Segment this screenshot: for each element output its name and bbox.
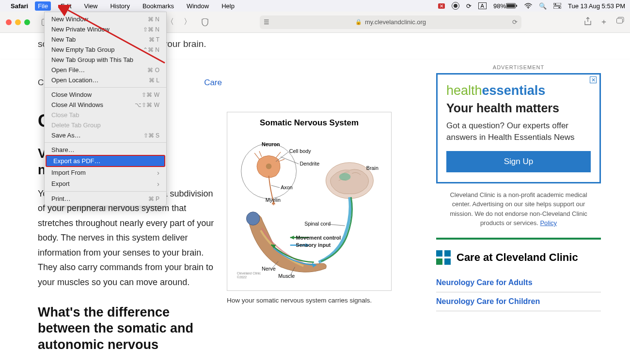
label-movement: Movement control [296, 235, 341, 241]
battery-text[interactable]: 98% [493, 2, 518, 10]
figure-caption: How your somatic nervous system carries … [227, 297, 406, 304]
svg-line-20 [328, 224, 345, 226]
file-menu-close-all-windows[interactable]: Close All Windows⌥⇧⌘ W [45, 100, 166, 110]
file-menu-close-window[interactable]: Close Window⇧⌘ W [45, 90, 166, 100]
status-icon-1[interactable]: ✕ [438, 3, 445, 9]
file-menu-export[interactable]: Export [45, 178, 166, 189]
svg-line-16 [281, 157, 299, 164]
file-menu-dropdown: New Window⌘ NNew Private Window⇧⌘ NNew T… [44, 12, 167, 206]
file-menu-new-empty-tab-group[interactable]: New Empty Tab Group⌃⌘ N [45, 45, 166, 55]
policy-link[interactable]: Policy [540, 219, 557, 227]
file-menu-close-tab: Close Tab [45, 110, 166, 120]
figure-title: Somatic Nervous System [233, 118, 385, 128]
file-menu-new-tab[interactable]: New Tab⌘ T [45, 34, 166, 45]
label-dendrite: Dendrite [299, 161, 319, 167]
label-sensory: Sensory input [296, 242, 331, 248]
menubar-view[interactable]: View [81, 1, 101, 11]
nav-care[interactable]: Care [204, 78, 222, 97]
file-menu-new-window[interactable]: New Window⌘ N [45, 14, 166, 24]
wifi-icon[interactable] [524, 3, 532, 9]
label-cellbody: Cell body [289, 148, 312, 154]
care-header: Care at Cleveland Clinic [436, 238, 601, 265]
url-text: my.clevelandclinic.org [365, 18, 426, 26]
file-menu-open-location[interactable]: Open Location…⌘ L [45, 75, 166, 85]
file-menu-export-as-pdf[interactable]: Export as PDF… [46, 155, 165, 167]
clock[interactable]: Tue 13 Aug 5:53 PM [568, 2, 625, 10]
ad-brand-2: essentials [482, 83, 546, 98]
care-heading: Care at Cleveland Clinic [457, 251, 578, 264]
nav-overview-cut[interactable]: C [38, 78, 44, 97]
svg-point-6 [554, 3, 556, 5]
care-link-adults[interactable]: Neurology Care for Adults [436, 273, 601, 292]
lock-icon: 🔒 [355, 19, 362, 25]
menubar-bookmarks[interactable]: Bookmarks [140, 1, 177, 11]
cc-logo-icon [436, 250, 451, 265]
figure-copyright: ©2022 [237, 275, 247, 279]
ad-brand-1: health [446, 83, 482, 98]
reader-icon[interactable]: ☰ [264, 18, 269, 26]
file-menu-new-tab-group-with-this-tab[interactable]: New Tab Group with This Tab [45, 55, 166, 65]
file-menu-delete-tab-group: Delete Tab Group [45, 120, 166, 130]
svg-point-3 [528, 8, 529, 9]
address-bar[interactable]: ☰ 🔒 my.clevelandclinic.org ⟳ [260, 15, 521, 29]
label-neuron: Neuron [262, 141, 280, 147]
menubar-window[interactable]: Window [184, 1, 212, 11]
svg-rect-33 [444, 258, 451, 265]
svg-rect-31 [444, 250, 451, 257]
label-muscle: Muscle [278, 273, 295, 279]
tabs-overview-icon[interactable] [616, 17, 624, 28]
file-menu-new-private-window[interactable]: New Private Window⇧⌘ N [45, 24, 166, 34]
ad-close-icon[interactable]: ✕ [590, 76, 597, 83]
menubar-help[interactable]: Help [219, 1, 237, 11]
forward-button[interactable]: 〉 [181, 16, 194, 29]
minimize-window-button[interactable] [15, 19, 21, 25]
status-icon-3[interactable]: ⟳ [466, 2, 472, 10]
disclaimer-text: Cleveland Clinic is a non-profit academi… [440, 190, 597, 228]
share-icon[interactable] [584, 17, 591, 28]
ad-body: Got a question? Our experts offer answer… [446, 120, 591, 143]
file-menu-share[interactable]: Share… [45, 145, 166, 155]
svg-point-14 [266, 164, 272, 169]
file-menu-import-from[interactable]: Import From [45, 167, 166, 178]
macos-menubar: Safari File Edit View History Bookmarks … [0, 0, 630, 12]
label-spinal: Spinal cord [304, 221, 331, 227]
status-icon-2[interactable] [452, 2, 459, 10]
close-window-button[interactable] [6, 19, 12, 25]
svg-rect-4 [553, 3, 561, 5]
figure-cc: Cleveland Clinic [237, 272, 261, 275]
menubar-history[interactable]: History [107, 1, 132, 11]
label-axon: Axon [281, 184, 293, 190]
ad-headline: Your health matters [446, 101, 591, 115]
file-menu-print[interactable]: Print…⌘ P [45, 194, 166, 204]
zoom-window-button[interactable] [24, 19, 30, 25]
svg-rect-32 [436, 258, 442, 265]
reload-icon[interactable]: ⟳ [512, 18, 518, 26]
file-menu-open-file[interactable]: Open File…⌘ O [45, 65, 166, 75]
subheading-2: What's the difference between the somati… [38, 304, 222, 353]
menubar-edit[interactable]: Edit [58, 1, 74, 11]
app-name[interactable]: Safari [11, 2, 28, 10]
label-myelin: Myelin [266, 197, 281, 203]
svg-line-17 [271, 185, 280, 188]
ad-box: ✕ healthessentials Your health matters G… [436, 73, 601, 183]
svg-point-19 [339, 173, 351, 181]
svg-point-25 [246, 212, 259, 225]
new-tab-icon[interactable]: ＋ [600, 17, 608, 28]
anatomy-figure: Somatic Nervous System Neuron Cell body … [227, 112, 392, 291]
ad-signup-button[interactable]: Sign Up [446, 151, 591, 172]
privacy-shield-icon[interactable] [199, 16, 211, 29]
window-controls [6, 19, 30, 25]
svg-point-7 [558, 7, 560, 8]
svg-rect-2 [516, 5, 517, 7]
svg-rect-5 [553, 6, 561, 9]
spotlight-icon[interactable]: 🔍 [539, 2, 547, 10]
control-center-icon[interactable] [553, 3, 561, 9]
ad-label: ADVERTISEMENT [436, 64, 601, 70]
menubar-file[interactable]: File [35, 1, 51, 11]
svg-rect-30 [436, 250, 442, 257]
keyboard-indicator[interactable]: A [478, 2, 487, 9]
file-menu-save-as[interactable]: Save As…⇧⌘ S [45, 130, 166, 140]
svg-marker-22 [290, 236, 294, 240]
care-link-children[interactable]: Neurology Care for Children [436, 292, 601, 311]
label-brain: Brain [366, 165, 378, 171]
